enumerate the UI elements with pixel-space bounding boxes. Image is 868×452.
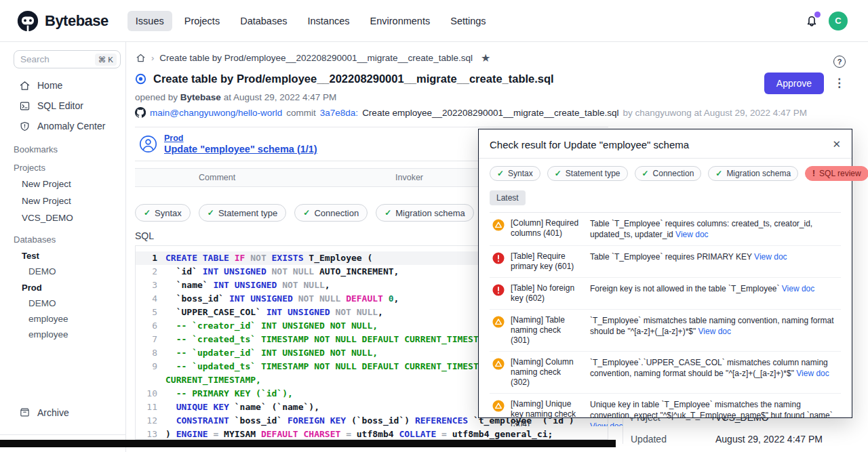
rule-name: [Column] Required columns (401) [511, 218, 580, 240]
sidebar-project-vcs-demo[interactable]: VCS_DEMO [0, 209, 125, 226]
check-badge-label: Statement type [566, 169, 620, 178]
code-text: CURRENT_TIMESTAMP, [165, 373, 261, 387]
check-badge-sql-review[interactable]: !SQL review [805, 166, 868, 181]
breadcrumb-chevron-icon: › [151, 53, 154, 63]
line-number [136, 373, 165, 387]
close-icon[interactable]: ✕ [832, 138, 841, 150]
rule-name: [Table] Require primary key (601) [511, 251, 580, 272]
exclamation-icon: ! [812, 169, 815, 178]
line-number: 9 [136, 360, 165, 373]
line-number: 7 [136, 333, 165, 346]
check-badge-label: Syntax [155, 208, 182, 218]
rule-description: Table `T_Employee` requires columns: cre… [590, 218, 840, 240]
stage-task-link[interactable]: Update "employee" schema (1/1) [164, 144, 317, 155]
databases-section-header: Databases [0, 234, 125, 245]
check-icon: ✓ [642, 169, 649, 178]
sidebar-item-anomaly-center[interactable]: Anomaly Center [0, 116, 125, 136]
check-result-row: [Table] No foreign key (602)Foreign key … [490, 278, 841, 310]
search-input[interactable]: Search ⌘ K [14, 50, 121, 68]
code-text: -- `updater_id` INT UNSIGNED NOT NULL, [165, 346, 378, 360]
modal-divider [479, 158, 852, 159]
breadcrumb-home-icon[interactable] [136, 53, 146, 63]
nav-item-projects[interactable]: Projects [176, 11, 228, 31]
check-badge-connection[interactable]: ✓Connection [635, 166, 702, 181]
sidebar-item-home[interactable]: Home [0, 75, 125, 96]
sql-editor-icon [19, 100, 31, 112]
nav-item-issues[interactable]: Issues [127, 11, 172, 31]
sidebar-item-label: SQL Editor [37, 100, 83, 111]
search-shortcut-badge: ⌘ K [95, 54, 117, 66]
vcs-branch-link[interactable]: main@changyuwong/hello-world [150, 108, 282, 118]
issue-title: Create table by Prod/employee__202208290… [153, 73, 554, 85]
sidebar-database-demo[interactable]: DEMO [0, 264, 125, 279]
code-text: -- PRIMARY KEY (`id`), [165, 387, 293, 400]
issue-open-status-icon [135, 73, 146, 85]
sidebar-environment-test: Test [0, 247, 125, 264]
check-icon: ✓ [715, 169, 722, 178]
check-badge-syntax[interactable]: ✓Syntax [135, 204, 191, 222]
code-text: `name` INT UNSIGNED NOT NULL, [165, 279, 330, 292]
check-badge-migration-schema[interactable]: ✓Migration schema [376, 204, 474, 222]
sidebar-item-archive[interactable]: Archive [19, 407, 69, 418]
github-icon [135, 107, 146, 118]
view-doc-link[interactable]: View doc [675, 230, 708, 239]
updated-label: Updated [631, 434, 715, 445]
rule-name: [Naming] Column naming check (302) [511, 357, 580, 388]
sidebar-environment-prod: Prod [0, 279, 125, 295]
rule-name: [Naming] Unique key naming check (304) [511, 399, 580, 426]
check-icon: ✓ [384, 208, 391, 218]
view-doc-link[interactable]: View doc [698, 327, 731, 336]
line-number: 2 [136, 265, 165, 279]
check-icon: ✓ [303, 208, 310, 218]
check-badge-migration-schema[interactable]: ✓Migration schema [708, 166, 798, 181]
user-avatar[interactable]: C [829, 12, 848, 30]
updated-value: August 29, 2022 4:47 PM [715, 434, 823, 445]
line-number: 11 [136, 400, 165, 414]
latest-button[interactable]: Latest [490, 190, 526, 205]
line-number: 10 [136, 387, 165, 400]
stage-environment-link[interactable]: Prod [164, 133, 317, 143]
sidebar-project-new-project[interactable]: New Project [0, 176, 125, 192]
notifications-bell-icon[interactable] [804, 14, 819, 28]
view-doc-link[interactable]: View doc [782, 284, 814, 293]
bookmark-star-icon[interactable]: ★ [481, 52, 490, 64]
line-number: 3 [136, 279, 165, 292]
brand-name: Bytebase [45, 12, 108, 30]
check-badge-label: Statement type [218, 208, 277, 218]
view-doc-link[interactable]: View doc [590, 422, 623, 426]
sidebar-database-employee[interactable]: employee [0, 327, 125, 342]
nav-item-databases[interactable]: Databases [232, 11, 295, 31]
notification-dot [814, 12, 821, 18]
check-result-list: [Column] Required columns (401)Table `T_… [490, 212, 841, 426]
check-result-row: [Table] Require primary key (601)Table `… [490, 246, 841, 278]
sidebar-database-employee[interactable]: employee [0, 311, 125, 327]
view-doc-link[interactable]: View doc [796, 369, 829, 378]
sidebar-project-new-project[interactable]: New Project [0, 192, 125, 209]
approve-button[interactable]: Approve [764, 73, 824, 94]
check-badge-statement-type[interactable]: ✓Statement type [547, 166, 628, 181]
code-text: `UPPER_CASE_COL` INT UNSIGNED NOT NULL, [165, 306, 383, 319]
sidebar-database-demo[interactable]: DEMO [0, 295, 125, 311]
check-badge-statement-type[interactable]: ✓Statement type [199, 204, 287, 222]
check-badge-syntax[interactable]: ✓Syntax [490, 166, 540, 181]
check-badge-connection[interactable]: ✓Connection [294, 204, 368, 222]
commit-hash-link[interactable]: 3a7e8da: [320, 108, 358, 118]
check-icon: ✓ [555, 169, 561, 178]
nav-item-settings[interactable]: Settings [442, 11, 494, 31]
nav-item-environments[interactable]: Environments [362, 11, 439, 31]
assignee-icon [139, 135, 157, 153]
more-options-icon[interactable]: ⋮ [833, 80, 845, 87]
rule-description: `T_Employee` mismatches table naming con… [590, 315, 840, 346]
rule-description: Foreign key is not allowed in the table … [590, 283, 840, 304]
anomaly-center-icon [19, 121, 31, 132]
sidebar-item-sql-editor[interactable]: SQL Editor [0, 96, 125, 116]
code-text: `boss_id` INT UNSIGNED NOT NULL DEFAULT … [165, 292, 399, 306]
commit-author-time: by changyuwong at August 29, 2022 4:47 P… [623, 108, 807, 118]
column-header-invoker: Invoker [395, 173, 423, 182]
check-badge-label: Syntax [508, 169, 533, 178]
bytebase-logo[interactable]: Bytebase [16, 9, 108, 33]
view-doc-link[interactable]: View doc [754, 252, 787, 262]
help-icon[interactable]: ? [833, 56, 846, 68]
line-number: 8 [136, 346, 165, 360]
nav-item-instances[interactable]: Instances [299, 11, 357, 31]
